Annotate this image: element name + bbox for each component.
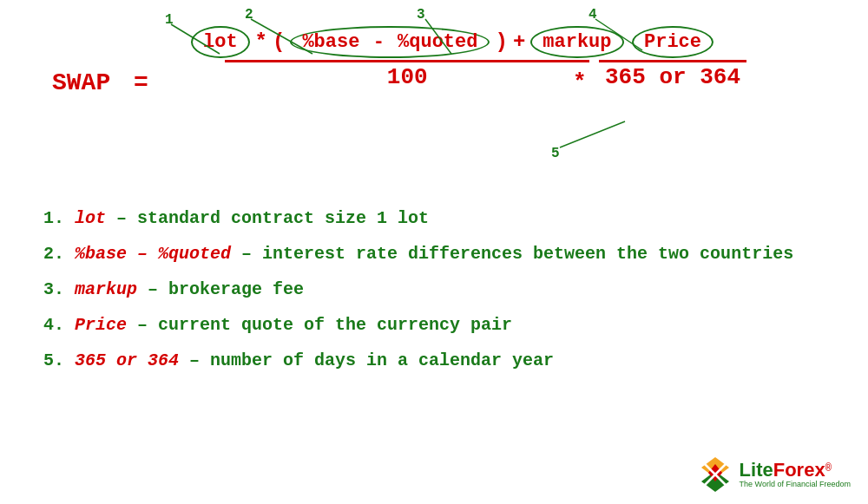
logo-forex: Forex — [773, 459, 825, 481]
plus-op: + — [513, 30, 525, 54]
annotation-3: 3 — [417, 7, 425, 23]
logo-tagline: The World of Financial Freedom — [740, 481, 851, 489]
logo-lite: Lite — [740, 459, 773, 481]
desc-text-5: 365 or 364 – number of days in a calenda… — [75, 350, 554, 370]
desc-item-5: 5. 365 or 364 – number of days in a cale… — [43, 350, 807, 370]
equals-sign: = — [134, 69, 148, 96]
multiply-op1: * — [255, 30, 267, 54]
desc-num-5: 5. — [43, 350, 75, 370]
price-term: Price — [632, 26, 713, 58]
fraction-bar — [225, 60, 589, 62]
annotation-1: 1 — [165, 12, 174, 28]
liteforex-logo: LiteForex® The World of Financial Freedo… — [696, 455, 851, 494]
svg-line-4 — [560, 121, 625, 147]
price-fraction-bar — [599, 60, 746, 62]
formula-area: SWAP = lot * ( %base - %quoted ) + marku… — [0, 0, 868, 191]
numerator: lot * ( %base - %quoted ) + markup — [191, 26, 624, 58]
main-fraction: lot * ( %base - %quoted ) + markup 100 — [191, 26, 624, 90]
swap-text: SWAP — [52, 69, 110, 96]
logo-text-container: LiteForex® The World of Financial Freedo… — [740, 460, 851, 489]
desc-item-1: 1. lot – standard contract size 1 lot — [43, 208, 807, 228]
pct-base-quoted-term: %base - %quoted — [290, 26, 490, 58]
desc-text-1: lot – standard contract size 1 lot — [75, 208, 429, 228]
days-term: 365 or 364 — [605, 64, 740, 90]
desc-item-3: 3. markup – brokerage fee — [43, 279, 807, 299]
multiply-sign-main: * — [573, 69, 587, 95]
desc-text-3: markup – brokerage fee — [75, 279, 304, 299]
desc-num-4: 4. — [43, 315, 75, 335]
denominator: 100 — [387, 64, 428, 90]
desc-item-2: 2. %base – %quoted – interest rate diffe… — [43, 244, 807, 264]
paren-close: ) — [495, 30, 507, 54]
swap-label: SWAP = — [52, 69, 148, 96]
annotation-4: 4 — [589, 7, 597, 23]
annotation-5: 5 — [551, 146, 560, 161]
lot-term: lot — [191, 26, 250, 58]
annotation-2: 2 — [245, 7, 253, 23]
price-fraction: Price 365 or 364 — [599, 26, 746, 90]
desc-num-3: 3. — [43, 279, 75, 299]
descriptions: 1. lot – standard contract size 1 lot 2.… — [43, 208, 807, 386]
desc-text-2: %base – %quoted – interest rate differen… — [75, 244, 793, 264]
desc-num-2: 2. — [43, 244, 75, 264]
paren-open: ( — [273, 30, 285, 54]
desc-item-4: 4. Price – current quote of the currency… — [43, 315, 807, 335]
desc-text-4: Price – current quote of the currency pa… — [75, 315, 512, 335]
desc-num-1: 1. — [43, 208, 75, 228]
logo-icon-svg — [696, 455, 734, 494]
logo-reg: ® — [825, 461, 832, 474]
